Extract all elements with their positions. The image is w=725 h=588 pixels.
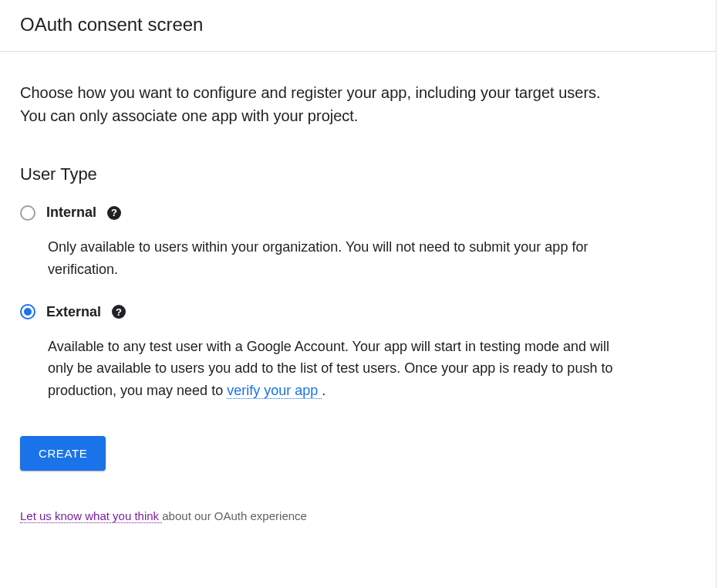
feedback-link[interactable]: Let us know what you think <box>20 509 162 523</box>
right-border <box>716 0 725 542</box>
user-type-heading: User Type <box>20 164 620 184</box>
page-title: OAuth consent screen <box>20 14 705 35</box>
external-radio[interactable] <box>20 304 35 319</box>
internal-label[interactable]: Internal <box>46 204 96 221</box>
external-description: Available to any test user with a Google… <box>48 336 619 402</box>
external-description-suffix: . <box>322 383 325 398</box>
content-area: Choose how you want to configure and reg… <box>0 52 640 542</box>
verify-your-app-link[interactable]: verify your app <box>227 383 322 399</box>
internal-description: Only available to users within your orga… <box>48 236 619 281</box>
create-button[interactable]: CREATE <box>20 436 106 471</box>
external-label[interactable]: External <box>46 304 101 320</box>
internal-option-row: Internal ? <box>20 204 620 221</box>
page-header: OAuth consent screen <box>0 0 725 52</box>
intro-text: Choose how you want to configure and reg… <box>20 81 620 127</box>
user-type-radio-group: Internal ? Only available to users withi… <box>20 204 620 402</box>
help-icon[interactable]: ? <box>107 206 121 220</box>
internal-radio[interactable] <box>20 205 35 221</box>
external-option-row: External ? <box>20 304 620 320</box>
help-icon[interactable]: ? <box>112 305 126 319</box>
feedback-suffix: about our OAuth experience <box>162 509 307 522</box>
feedback-row: Let us know what you think about our OAu… <box>20 509 620 522</box>
external-description-text: Available to any test user with a Google… <box>48 339 612 399</box>
